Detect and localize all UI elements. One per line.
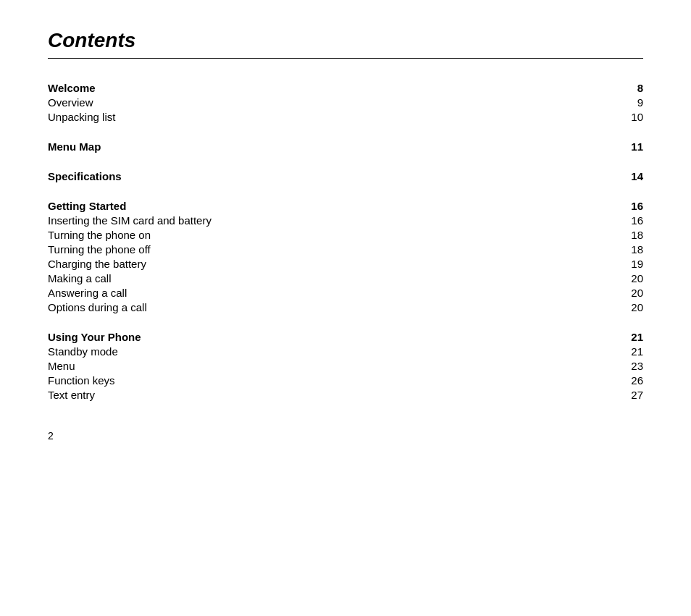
toc-row: Answering a call20 <box>48 287 643 299</box>
toc-row: Inserting the SIM card and battery16 <box>48 214 643 227</box>
toc-dots <box>149 265 620 266</box>
toc-label: Turning the phone off <box>48 243 151 256</box>
toc-label: Welcome <box>48 82 96 94</box>
toc-dots <box>144 338 620 339</box>
toc-label: Text entry <box>48 389 95 401</box>
toc-page: 20 <box>623 272 643 284</box>
page-number: 2 <box>48 430 643 442</box>
toc-row: Specifications14 <box>48 170 643 182</box>
toc-page: 18 <box>623 229 643 241</box>
toc-row: Getting Started16 <box>48 200 643 212</box>
toc-page: 21 <box>623 345 643 358</box>
toc-dots <box>125 177 620 178</box>
toc-row: Function keys26 <box>48 374 643 387</box>
toc-section-menu-map: Menu Map11 <box>48 140 643 153</box>
toc-section-getting-started: Getting Started16Inserting the SIM card … <box>48 200 643 313</box>
toc-label: Function keys <box>48 374 115 387</box>
toc-page: 26 <box>623 374 643 387</box>
toc-page: 20 <box>623 287 643 299</box>
toc-dots <box>214 221 620 222</box>
toc-dots <box>118 118 620 119</box>
toc-page: 20 <box>623 301 643 313</box>
toc-label: Charging the battery <box>48 258 146 270</box>
toc-label: Menu <box>48 360 75 372</box>
toc-section-welcome: Welcome8Overview9Unpacking list10 <box>48 82 643 123</box>
title-divider <box>48 58 643 59</box>
toc-row: Menu Map11 <box>48 140 643 153</box>
toc-dots <box>114 279 620 280</box>
toc-page: 16 <box>623 214 643 227</box>
toc-row: Making a call20 <box>48 272 643 284</box>
toc-row: Standby mode21 <box>48 345 643 358</box>
toc-page: 8 <box>623 82 643 94</box>
toc-dots <box>129 207 620 208</box>
toc-label: Turning the phone on <box>48 229 151 241</box>
toc-row: Welcome8 <box>48 82 643 94</box>
toc-page: 14 <box>623 170 643 182</box>
toc-label: Overview <box>48 96 93 109</box>
toc-page: 10 <box>623 111 643 123</box>
toc-page: 19 <box>623 258 643 270</box>
toc-row: Turning the phone off18 <box>48 243 643 256</box>
toc-dots <box>154 250 620 251</box>
toc-row: Turning the phone on18 <box>48 229 643 241</box>
toc-label: Menu Map <box>48 140 101 153</box>
toc-dots <box>98 396 620 397</box>
toc-label: Unpacking list <box>48 111 115 123</box>
toc-label: Using Your Phone <box>48 331 141 343</box>
toc-dots <box>130 294 620 295</box>
toc-page: 9 <box>623 96 643 109</box>
toc-dots <box>96 104 620 104</box>
toc-section-using-your-phone: Using Your Phone21Standby mode21Menu23Fu… <box>48 331 643 401</box>
toc-row: Options during a call20 <box>48 301 643 313</box>
toc-row: Menu23 <box>48 360 643 372</box>
toc-label: Options during a call <box>48 301 147 313</box>
toc-label: Specifications <box>48 170 122 182</box>
toc-label: Getting Started <box>48 200 126 212</box>
toc-page: 21 <box>623 331 643 343</box>
toc-dots <box>78 367 620 368</box>
toc-page: 27 <box>623 389 643 401</box>
toc-row: Overview9 <box>48 96 643 109</box>
toc-section-specifications: Specifications14 <box>48 170 643 182</box>
page-title: Contents <box>48 29 643 52</box>
toc-page: 16 <box>623 200 643 212</box>
toc-dots <box>99 89 620 90</box>
toc-page: 11 <box>623 140 643 153</box>
toc-dots <box>154 236 620 237</box>
toc-dots <box>121 353 620 353</box>
toc-label: Answering a call <box>48 287 127 299</box>
toc-label: Inserting the SIM card and battery <box>48 214 212 227</box>
toc-label: Making a call <box>48 272 112 284</box>
toc-dots <box>104 148 620 148</box>
toc-label: Standby mode <box>48 345 118 358</box>
toc-row: Text entry27 <box>48 389 643 401</box>
toc-dots <box>118 381 620 382</box>
toc-row: Using Your Phone21 <box>48 331 643 343</box>
toc-dots <box>150 308 620 309</box>
toc-container: Welcome8Overview9Unpacking list10Menu Ma… <box>48 82 643 401</box>
toc-page: 18 <box>623 243 643 256</box>
toc-page: 23 <box>623 360 643 372</box>
toc-row: Unpacking list10 <box>48 111 643 123</box>
toc-row: Charging the battery19 <box>48 258 643 270</box>
